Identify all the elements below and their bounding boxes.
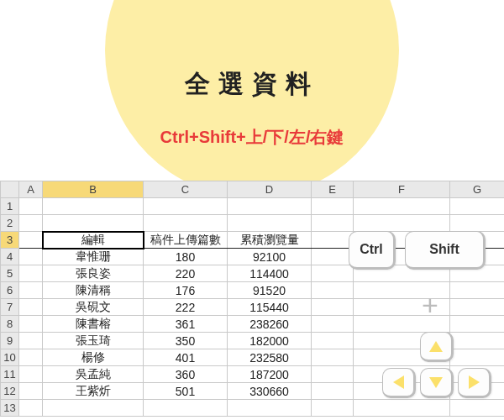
- cell[interactable]: [19, 366, 43, 383]
- header-cell[interactable]: 累積瀏覽量: [228, 232, 312, 249]
- cell[interactable]: [450, 198, 505, 215]
- cell[interactable]: 陳書榕: [43, 316, 144, 333]
- cell[interactable]: [312, 232, 354, 249]
- cell[interactable]: [19, 232, 43, 249]
- cell[interactable]: [450, 215, 505, 232]
- cell[interactable]: 238260: [228, 316, 312, 333]
- cell[interactable]: [312, 349, 354, 366]
- cell[interactable]: 232580: [228, 349, 312, 366]
- row-header[interactable]: 4: [1, 249, 19, 265]
- key-arrow-down: [420, 368, 454, 398]
- cell[interactable]: 陳清稱: [43, 282, 144, 299]
- cell[interactable]: 182000: [228, 333, 312, 349]
- cell[interactable]: [450, 333, 505, 349]
- cell[interactable]: [19, 198, 43, 215]
- cell[interactable]: 吳硯文: [43, 299, 144, 316]
- cell[interactable]: 187200: [228, 366, 312, 383]
- cell[interactable]: [19, 282, 43, 299]
- row-header[interactable]: 1: [1, 198, 19, 215]
- cell[interactable]: [228, 400, 312, 417]
- cell[interactable]: 222: [144, 299, 228, 316]
- row-header[interactable]: 12: [1, 383, 19, 400]
- col-header-B[interactable]: B: [43, 181, 144, 198]
- cell[interactable]: [43, 400, 144, 417]
- cell[interactable]: [43, 198, 144, 215]
- row-header[interactable]: 11: [1, 366, 19, 383]
- cell[interactable]: 91520: [228, 282, 312, 299]
- cell[interactable]: [19, 400, 43, 417]
- cell[interactable]: [19, 215, 43, 232]
- cell[interactable]: 180: [144, 249, 228, 265]
- cell[interactable]: [312, 282, 354, 299]
- banner-shortcut: Ctrl+Shift+上/下/左/右鍵: [0, 126, 504, 149]
- cell[interactable]: [19, 383, 43, 400]
- row-header[interactable]: 5: [1, 265, 19, 282]
- cell[interactable]: [19, 249, 43, 265]
- cell[interactable]: 176: [144, 282, 228, 299]
- cell[interactable]: [144, 215, 228, 232]
- cell[interactable]: [19, 299, 43, 316]
- cell[interactable]: [450, 282, 505, 299]
- cell[interactable]: [312, 383, 354, 400]
- col-header-A[interactable]: A: [19, 181, 43, 198]
- cell[interactable]: [312, 299, 354, 316]
- col-header-F[interactable]: F: [354, 181, 450, 198]
- col-header-E[interactable]: E: [312, 181, 354, 198]
- header-cell[interactable]: 稿件上傳篇數: [144, 232, 228, 249]
- row-header[interactable]: 8: [1, 316, 19, 333]
- cell[interactable]: [19, 349, 43, 366]
- cell[interactable]: [312, 265, 354, 282]
- cell[interactable]: [312, 333, 354, 349]
- row-header[interactable]: 9: [1, 333, 19, 349]
- cell[interactable]: [450, 316, 505, 333]
- cell[interactable]: [19, 316, 43, 333]
- cell[interactable]: 114400: [228, 265, 312, 282]
- column-header-row: A B C D E F G: [1, 181, 505, 198]
- cell[interactable]: [144, 198, 228, 215]
- cell[interactable]: [354, 198, 450, 215]
- cell[interactable]: 張良姿: [43, 265, 144, 282]
- row-header[interactable]: 7: [1, 299, 19, 316]
- cell[interactable]: [450, 299, 505, 316]
- cell[interactable]: 92100: [228, 249, 312, 265]
- cell[interactable]: 501: [144, 383, 228, 400]
- row-header[interactable]: 3: [1, 232, 19, 249]
- cell[interactable]: [354, 215, 450, 232]
- cell[interactable]: 張玉琦: [43, 333, 144, 349]
- cell[interactable]: 401: [144, 349, 228, 366]
- col-header-C[interactable]: C: [144, 181, 228, 198]
- cell[interactable]: 韋惟珊: [43, 249, 144, 265]
- row-header[interactable]: 13: [1, 400, 19, 417]
- cell[interactable]: 115440: [228, 299, 312, 316]
- cell[interactable]: [312, 316, 354, 333]
- col-header-G[interactable]: G: [450, 181, 505, 198]
- cell[interactable]: 350: [144, 333, 228, 349]
- cell[interactable]: [312, 249, 354, 265]
- cell[interactable]: [144, 400, 228, 417]
- cell[interactable]: 吳孟純: [43, 366, 144, 383]
- cell[interactable]: [228, 215, 312, 232]
- select-all-corner[interactable]: [1, 181, 19, 198]
- col-header-D[interactable]: D: [228, 181, 312, 198]
- row-header[interactable]: 10: [1, 349, 19, 366]
- cell[interactable]: [312, 198, 354, 215]
- cell[interactable]: [354, 400, 450, 417]
- cell[interactable]: 王紫炘: [43, 383, 144, 400]
- cell[interactable]: 楊修: [43, 349, 144, 366]
- cell[interactable]: 361: [144, 316, 228, 333]
- cell[interactable]: 220: [144, 265, 228, 282]
- cell[interactable]: [312, 400, 354, 417]
- cell[interactable]: [450, 349, 505, 366]
- cell[interactable]: [450, 400, 505, 417]
- cell[interactable]: [43, 215, 144, 232]
- cell[interactable]: [312, 366, 354, 383]
- row-header[interactable]: 2: [1, 215, 19, 232]
- cell[interactable]: 330660: [228, 383, 312, 400]
- cell[interactable]: 360: [144, 366, 228, 383]
- cell[interactable]: [312, 215, 354, 232]
- cell[interactable]: [228, 198, 312, 215]
- active-cell[interactable]: 編輯: [43, 232, 144, 249]
- row-header[interactable]: 6: [1, 282, 19, 299]
- cell[interactable]: [19, 265, 43, 282]
- cell[interactable]: [19, 333, 43, 349]
